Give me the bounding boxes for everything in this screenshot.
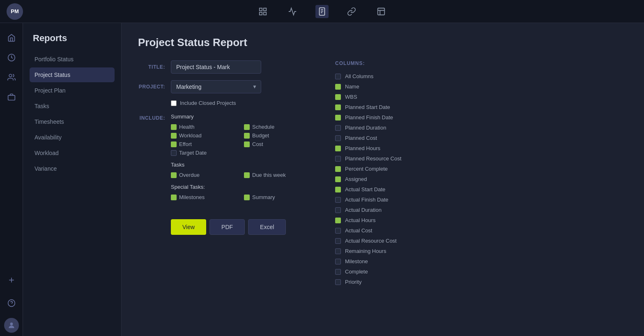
- summary-checkboxes: HealthScheduleWorkloadBudgetEffortCostTa…: [171, 124, 310, 156]
- cb-item[interactable]: Milestones: [171, 194, 237, 200]
- column-item[interactable]: Actual Hours: [335, 215, 624, 225]
- unchecked-column-checkbox[interactable]: [335, 156, 341, 162]
- column-item[interactable]: WBS: [335, 92, 624, 102]
- column-item[interactable]: Planned Start Date: [335, 102, 624, 112]
- column-item[interactable]: Planned Hours: [335, 143, 624, 153]
- unchecked-column-checkbox[interactable]: [335, 238, 341, 244]
- checked-checkbox[interactable]: [244, 133, 250, 139]
- checked-column-checkbox[interactable]: [335, 115, 341, 120]
- clock-icon[interactable]: [3, 49, 20, 66]
- checked-checkbox[interactable]: [171, 172, 177, 178]
- checked-column-checkbox[interactable]: [335, 176, 341, 182]
- checked-column-checkbox[interactable]: [335, 166, 341, 172]
- nav-item-portfolio-status[interactable]: Portfolio Status: [30, 52, 115, 67]
- project-field-row: PROJECT: MarketingDevelopmentDesignOpera…: [138, 80, 310, 93]
- cb-item[interactable]: Overdue: [171, 172, 237, 178]
- column-item[interactable]: Complete: [335, 266, 624, 277]
- unchecked-checkbox[interactable]: [171, 150, 177, 156]
- form-left: TITLE: PROJECT: MarketingDevelopmentDesi…: [138, 60, 310, 287]
- unchecked-column-checkbox[interactable]: [335, 269, 341, 275]
- unchecked-column-checkbox[interactable]: [335, 248, 341, 254]
- checked-column-checkbox[interactable]: [335, 187, 341, 192]
- excel-button[interactable]: Excel: [248, 219, 286, 235]
- briefcase-icon[interactable]: [3, 89, 20, 105]
- column-item[interactable]: Actual Cost: [335, 225, 624, 236]
- unchecked-column-checkbox[interactable]: [335, 74, 341, 79]
- checked-checkbox[interactable]: [244, 124, 250, 130]
- checked-column-checkbox[interactable]: [335, 94, 341, 100]
- column-item[interactable]: Planned Finish Date: [335, 112, 624, 123]
- checked-column-checkbox[interactable]: [335, 84, 341, 90]
- checked-column-checkbox[interactable]: [335, 218, 341, 223]
- unchecked-column-checkbox[interactable]: [335, 279, 341, 285]
- project-select-wrap: MarketingDevelopmentDesignOperations ▼: [171, 80, 261, 93]
- checked-checkbox[interactable]: [244, 141, 250, 147]
- pdf-button[interactable]: PDF: [209, 219, 245, 235]
- link-icon[interactable]: [345, 5, 358, 18]
- column-item[interactable]: Actual Duration: [335, 205, 624, 215]
- help-button[interactable]: [3, 295, 20, 311]
- cb-item[interactable]: Budget: [244, 132, 310, 139]
- column-item[interactable]: Remaining Hours: [335, 246, 624, 256]
- column-item[interactable]: Name: [335, 81, 624, 92]
- clipboard-icon[interactable]: [315, 5, 329, 18]
- checked-checkbox[interactable]: [244, 172, 250, 178]
- cb-item[interactable]: Summary: [244, 194, 310, 200]
- column-label: Actual Hours: [345, 217, 375, 223]
- add-button[interactable]: [3, 272, 20, 288]
- unchecked-column-checkbox[interactable]: [335, 259, 341, 264]
- column-item[interactable]: Planned Cost: [335, 133, 624, 143]
- project-select[interactable]: MarketingDevelopmentDesignOperations: [171, 80, 261, 93]
- checked-checkbox[interactable]: [171, 133, 177, 139]
- search-icon[interactable]: [256, 5, 269, 18]
- view-button[interactable]: View: [171, 219, 206, 235]
- avatar[interactable]: [4, 318, 19, 333]
- nav-item-project-status[interactable]: Project Status: [30, 67, 115, 82]
- nav-item-availability[interactable]: Availability: [30, 130, 115, 145]
- nav-item-workload[interactable]: Workload: [30, 146, 115, 160]
- column-item[interactable]: Priority: [335, 277, 624, 287]
- unchecked-column-checkbox[interactable]: [335, 125, 341, 131]
- app-logo[interactable]: PM: [7, 3, 23, 20]
- column-item[interactable]: Actual Start Date: [335, 184, 624, 195]
- title-input[interactable]: [171, 60, 261, 74]
- people-icon[interactable]: [3, 69, 20, 86]
- cb-item[interactable]: Target Date: [171, 150, 237, 156]
- column-item[interactable]: Assigned: [335, 174, 624, 184]
- nav-item-tasks[interactable]: Tasks: [30, 99, 115, 114]
- cb-item[interactable]: Schedule: [244, 124, 310, 130]
- column-item[interactable]: Actual Resource Cost: [335, 236, 624, 246]
- column-item[interactable]: Planned Duration: [335, 123, 624, 133]
- include-closed-checkbox[interactable]: [171, 100, 177, 106]
- checked-column-checkbox[interactable]: [335, 104, 341, 110]
- unchecked-column-checkbox[interactable]: [335, 207, 341, 213]
- nav-item-timesheets[interactable]: Timesheets: [30, 114, 115, 129]
- unchecked-column-checkbox[interactable]: [335, 197, 341, 203]
- checked-column-checkbox[interactable]: [335, 146, 341, 151]
- include-grid: Summary HealthScheduleWorkloadBudgetEffo…: [171, 114, 310, 206]
- nav-panel-title: Reports: [30, 33, 115, 44]
- nav-item-project-plan[interactable]: Project Plan: [30, 83, 115, 98]
- cb-item[interactable]: Cost: [244, 141, 310, 147]
- checked-checkbox[interactable]: [171, 195, 177, 200]
- unchecked-column-checkbox[interactable]: [335, 228, 341, 234]
- unchecked-column-checkbox[interactable]: [335, 135, 341, 141]
- column-label: Actual Duration: [345, 207, 382, 213]
- cb-item[interactable]: Workload: [171, 132, 237, 139]
- column-item[interactable]: Percent Complete: [335, 164, 624, 174]
- checkbox-label: Effort: [179, 141, 192, 147]
- column-item[interactable]: Actual Finish Date: [335, 195, 624, 205]
- checked-checkbox[interactable]: [244, 195, 250, 200]
- layout-icon[interactable]: [375, 5, 388, 18]
- cb-item[interactable]: Health: [171, 124, 237, 130]
- column-item[interactable]: All Columns: [335, 71, 624, 81]
- checked-checkbox[interactable]: [171, 141, 177, 147]
- column-item[interactable]: Planned Resource Cost: [335, 153, 624, 164]
- checked-checkbox[interactable]: [171, 124, 177, 130]
- nav-item-variance[interactable]: Variance: [30, 161, 115, 176]
- column-item[interactable]: Milestone: [335, 256, 624, 266]
- cb-item[interactable]: Effort: [171, 141, 237, 147]
- home-icon[interactable]: [3, 30, 20, 46]
- cb-item[interactable]: Due this week: [244, 172, 310, 178]
- pulse-icon[interactable]: [286, 5, 299, 18]
